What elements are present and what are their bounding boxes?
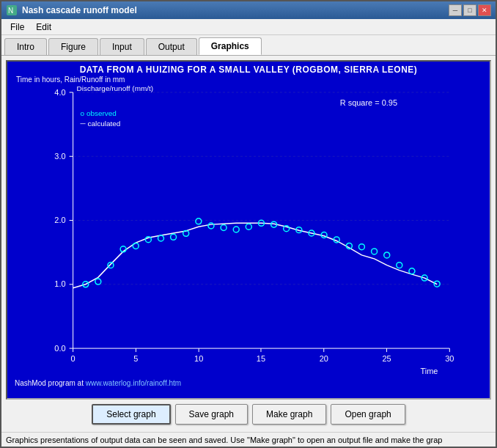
save-graph-button[interactable]: Save graph — [175, 404, 248, 425]
svg-text:15: 15 — [257, 354, 265, 363]
chart-container: DATA FROM A HUIZING FOR A SMALL VALLEY (… — [6, 60, 491, 400]
tab-output[interactable]: Output — [146, 38, 197, 55]
menu-edit[interactable]: Edit — [30, 21, 57, 34]
chart-footer: NashMod program at www.waterlog.info/rai… — [7, 378, 490, 389]
svg-text:2.0: 2.0 — [54, 216, 65, 224]
svg-text:Time: Time — [420, 367, 438, 375]
window-title: Nash cascade runoff model — [22, 5, 449, 15]
footer-url: www.waterlog.info/rainoff.htm — [86, 379, 181, 387]
window-controls: ─ □ ✕ — [449, 4, 491, 16]
svg-text:0: 0 — [71, 354, 76, 363]
status-bar: Graphics presentations of output data ca… — [1, 432, 496, 447]
footer-text: NashMod program at — [15, 379, 86, 387]
title-bar: N Nash cascade runoff model ─ □ ✕ — [1, 1, 496, 19]
status-text: Graphics presentations of output data ca… — [6, 436, 442, 444]
svg-text:20: 20 — [320, 354, 328, 363]
content-area: DATA FROM A HUIZING FOR A SMALL VALLEY (… — [1, 56, 496, 432]
svg-text:N: N — [8, 7, 13, 15]
chart-area: 4.0 3.0 2.0 1.0 0.0 — [7, 85, 490, 378]
buttons-row: Select graph Save graph Make graph Open … — [6, 404, 491, 425]
menu-file[interactable]: File — [4, 21, 30, 34]
svg-text:o  observed: o observed — [81, 109, 117, 117]
svg-text:3.0: 3.0 — [54, 152, 65, 161]
chart-svg: 4.0 3.0 2.0 1.0 0.0 — [7, 85, 490, 378]
minimize-button[interactable]: ─ — [449, 4, 462, 16]
main-window: N Nash cascade runoff model ─ □ ✕ File E… — [0, 0, 497, 448]
svg-text:0.0: 0.0 — [54, 344, 65, 353]
app-icon: N — [6, 4, 18, 16]
chart-title: DATA FROM A HUIZING FOR A SMALL VALLEY (… — [7, 62, 490, 76]
svg-text:Discharge/runoff (mm/t): Discharge/runoff (mm/t) — [77, 85, 154, 92]
svg-text:10: 10 — [194, 354, 203, 363]
tab-figure[interactable]: Figure — [48, 38, 98, 55]
svg-text:─  calculated: ─ calculated — [80, 120, 121, 128]
svg-text:1.0: 1.0 — [54, 279, 65, 288]
svg-text:R square = 0.95: R square = 0.95 — [340, 98, 397, 107]
svg-text:30: 30 — [445, 354, 454, 363]
svg-text:4.0: 4.0 — [54, 88, 65, 97]
tab-input[interactable]: Input — [100, 38, 144, 55]
svg-text:25: 25 — [382, 354, 391, 363]
maximize-button[interactable]: □ — [463, 4, 476, 16]
tab-graphics[interactable]: Graphics — [199, 37, 262, 55]
tab-intro[interactable]: Intro — [4, 38, 47, 55]
chart-subtitle: Time in hours, Rain/Runoff in mm — [7, 76, 490, 84]
select-graph-button[interactable]: Select graph — [92, 404, 170, 425]
close-button[interactable]: ✕ — [478, 4, 491, 16]
menu-bar: File Edit — [1, 19, 496, 35]
svg-rect-2 — [33, 85, 465, 378]
make-graph-button[interactable]: Make graph — [252, 404, 326, 425]
tabs-bar: Intro Figure Input Output Graphics — [1, 35, 496, 56]
svg-text:5: 5 — [133, 354, 138, 363]
open-graph-button[interactable]: Open graph — [331, 404, 405, 425]
